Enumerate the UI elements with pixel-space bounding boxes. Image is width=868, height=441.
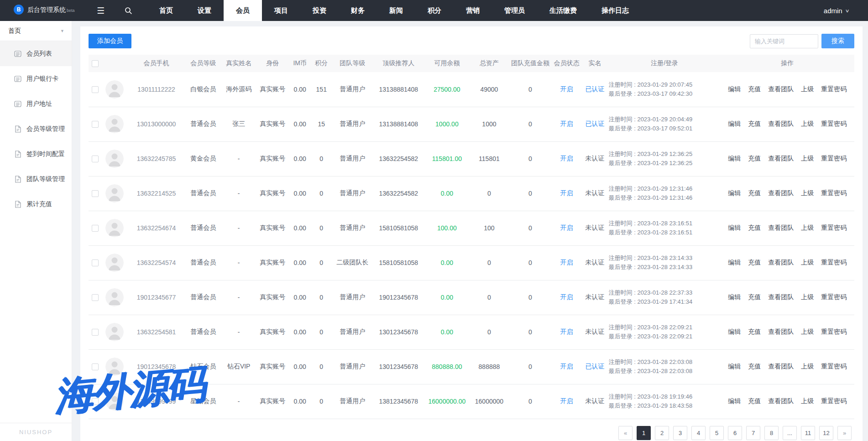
search-button[interactable]: 搜索 (821, 34, 854, 48)
action-view-team[interactable]: 查看团队 (768, 189, 794, 197)
pagination-prev[interactable]: « (618, 426, 633, 440)
page-button[interactable]: 1 (637, 426, 651, 440)
action-superior[interactable]: 上级 (801, 293, 814, 301)
action-superior[interactable]: 上级 (801, 85, 814, 93)
row-checkbox[interactable] (92, 86, 99, 93)
action-superior[interactable]: 上级 (801, 363, 814, 370)
search-icon[interactable] (118, 7, 139, 15)
nav-item[interactable]: 投资 (300, 0, 339, 21)
page-button[interactable]: 7 (746, 426, 760, 440)
hamburger-menu-icon[interactable]: ☰ (90, 5, 111, 16)
page-button[interactable]: 3 (673, 426, 687, 440)
cell-status[interactable]: 开启 (552, 141, 581, 176)
user-menu[interactable]: admin ∨ (824, 7, 849, 15)
action-reset-password[interactable]: 重置密码 (821, 120, 847, 127)
page-button[interactable]: ... (783, 426, 797, 440)
nav-item[interactable]: 生活缴费 (537, 0, 589, 21)
action-recharge[interactable]: 充值 (748, 85, 761, 93)
action-recharge[interactable]: 充值 (748, 397, 761, 405)
row-checkbox[interactable] (92, 329, 99, 336)
nav-item[interactable]: 会员 (224, 0, 262, 21)
action-reset-password[interactable]: 重置密码 (821, 397, 847, 405)
action-recharge[interactable]: 充值 (748, 120, 761, 127)
search-input[interactable] (750, 34, 818, 48)
action-reset-password[interactable]: 重置密码 (821, 363, 847, 370)
action-recharge[interactable]: 充值 (748, 363, 761, 370)
page-button[interactable]: 2 (655, 426, 669, 440)
action-view-team[interactable]: 查看团队 (768, 293, 794, 301)
action-reset-password[interactable]: 重置密码 (821, 85, 847, 93)
page-button[interactable]: 6 (728, 426, 742, 440)
cell-status[interactable]: 开启 (552, 211, 581, 245)
action-reset-password[interactable]: 重置密码 (821, 259, 847, 266)
row-checkbox[interactable] (92, 156, 99, 162)
page-button[interactable]: 5 (710, 426, 724, 440)
cell-status[interactable]: 开启 (552, 315, 581, 349)
action-recharge[interactable]: 充值 (748, 328, 761, 335)
sidebar-section-header[interactable]: 首页 ▼ (0, 21, 72, 41)
action-edit[interactable]: 编辑 (728, 259, 741, 266)
row-checkbox[interactable] (92, 121, 99, 128)
action-reset-password[interactable]: 重置密码 (821, 189, 847, 197)
row-checkbox[interactable] (92, 225, 99, 232)
cell-status[interactable]: 开启 (552, 280, 581, 315)
action-reset-password[interactable]: 重置密码 (821, 328, 847, 335)
nav-item[interactable]: 营销 (454, 0, 492, 21)
action-view-team[interactable]: 查看团队 (768, 259, 794, 266)
brand[interactable]: B 后台管理系统 beta (14, 5, 82, 16)
action-edit[interactable]: 编辑 (728, 120, 741, 127)
cell-status[interactable]: 开启 (552, 176, 581, 211)
action-recharge[interactable]: 充值 (748, 259, 761, 266)
action-superior[interactable]: 上级 (801, 328, 814, 335)
nav-item[interactable]: 积分 (415, 0, 454, 21)
action-edit[interactable]: 编辑 (728, 293, 741, 301)
action-view-team[interactable]: 查看团队 (768, 363, 794, 370)
sidebar-item[interactable]: 会员列表 (0, 41, 72, 66)
action-superior[interactable]: 上级 (801, 189, 814, 197)
row-checkbox[interactable] (92, 259, 99, 266)
page-button[interactable]: 12 (819, 426, 833, 440)
action-edit[interactable]: 编辑 (728, 328, 741, 335)
select-all-checkbox[interactable] (92, 60, 99, 67)
action-view-team[interactable]: 查看团队 (768, 328, 794, 335)
cell-status[interactable]: 开启 (552, 245, 581, 280)
action-recharge[interactable]: 充值 (748, 155, 761, 162)
action-view-team[interactable]: 查看团队 (768, 397, 794, 405)
page-button[interactable]: 11 (801, 426, 815, 440)
sidebar-item[interactable]: 签到时间配置 (0, 141, 72, 166)
action-edit[interactable]: 编辑 (728, 224, 741, 231)
sidebar-item[interactable]: 用户地址 (0, 91, 72, 116)
action-superior[interactable]: 上级 (801, 224, 814, 231)
cell-status[interactable]: 开启 (552, 72, 581, 107)
action-edit[interactable]: 编辑 (728, 85, 741, 93)
add-member-button[interactable]: 添加会员 (89, 34, 131, 48)
action-superior[interactable]: 上级 (801, 120, 814, 127)
nav-item[interactable]: 新闻 (377, 0, 415, 21)
nav-item[interactable]: 项目 (262, 0, 300, 21)
pagination-next[interactable]: » (837, 426, 852, 440)
row-checkbox[interactable] (92, 398, 99, 405)
action-view-team[interactable]: 查看团队 (768, 120, 794, 127)
row-checkbox[interactable] (92, 294, 99, 301)
page-button[interactable]: 8 (764, 426, 779, 440)
cell-status[interactable]: 开启 (552, 349, 581, 384)
action-view-team[interactable]: 查看团队 (768, 224, 794, 231)
action-edit[interactable]: 编辑 (728, 189, 741, 197)
page-button[interactable]: 4 (691, 426, 706, 440)
action-recharge[interactable]: 充值 (748, 189, 761, 197)
action-reset-password[interactable]: 重置密码 (821, 224, 847, 231)
nav-item[interactable]: 财务 (339, 0, 377, 21)
sidebar-item[interactable]: 会员等级管理 (0, 116, 72, 141)
nav-item[interactable]: 设置 (185, 0, 224, 21)
action-superior[interactable]: 上级 (801, 259, 814, 266)
action-recharge[interactable]: 充值 (748, 293, 761, 301)
cell-status[interactable]: 开启 (552, 384, 581, 419)
cell-status[interactable]: 开启 (552, 107, 581, 141)
nav-item[interactable]: 操作日志 (589, 0, 641, 21)
action-edit[interactable]: 编辑 (728, 363, 741, 370)
action-reset-password[interactable]: 重置密码 (821, 293, 847, 301)
action-reset-password[interactable]: 重置密码 (821, 155, 847, 162)
nav-item[interactable]: 管理员 (492, 0, 537, 21)
action-view-team[interactable]: 查看团队 (768, 85, 794, 93)
sidebar-item[interactable]: 用户银行卡 (0, 66, 72, 91)
